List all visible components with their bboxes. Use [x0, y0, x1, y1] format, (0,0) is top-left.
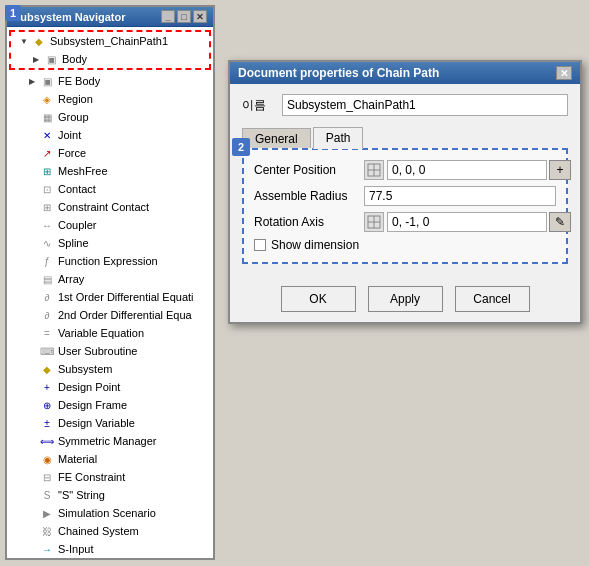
- tree-item-label: Spline: [58, 237, 89, 249]
- tree-item-label: Symmetric Manager: [58, 435, 156, 447]
- apply-button[interactable]: Apply: [368, 286, 443, 312]
- tree-item-variable-equation[interactable]: = Variable Equation: [7, 324, 213, 342]
- dialog-close-button[interactable]: ✕: [556, 66, 572, 80]
- tree-item-group[interactable]: ▦ Group: [7, 108, 213, 126]
- tree-item-label: 1st Order Differential Equati: [58, 291, 194, 303]
- tree-item-fe-body[interactable]: ▶ ▣ FE Body: [7, 72, 213, 90]
- tree-item-label: Chained System: [58, 525, 139, 537]
- tree-item-design-variable[interactable]: ± Design Variable: [7, 414, 213, 432]
- tree-item-user-subroutine[interactable]: ⌨ User Subroutine: [7, 342, 213, 360]
- tree-item-body[interactable]: ▶ ▣ Body: [11, 50, 209, 68]
- force-icon: ↗: [39, 145, 55, 161]
- center-position-input[interactable]: [387, 160, 547, 180]
- tab-general[interactable]: General: [242, 128, 311, 149]
- tree-item-1st-order-diff[interactable]: ∂ 1st Order Differential Equati: [7, 288, 213, 306]
- expand-icon: [27, 400, 37, 410]
- subsystem-icon: ◆: [31, 33, 47, 49]
- design-frame-icon: ⊕: [39, 397, 55, 413]
- expand-icon: [27, 184, 37, 194]
- assemble-radius-input[interactable]: [364, 186, 556, 206]
- region-icon: ◈: [39, 91, 55, 107]
- center-position-extra-button[interactable]: +: [549, 160, 571, 180]
- tree-item-constraint-contact[interactable]: ⊞ Constraint Contact: [7, 198, 213, 216]
- rotation-axis-row: Rotation Axis ✎: [254, 212, 556, 232]
- restore-button[interactable]: □: [177, 10, 191, 23]
- tree-item-subsystem[interactable]: ◆ Subsystem: [7, 360, 213, 378]
- tab-path-label: Path: [326, 131, 351, 145]
- tree-item-symmetric-manager[interactable]: ⟺ Symmetric Manager: [7, 432, 213, 450]
- tree-item-design-point[interactable]: + Design Point: [7, 378, 213, 396]
- expand-icon: [27, 274, 37, 284]
- tree-item-subsystem-chainpath1[interactable]: ▼ ◆ Subsystem_ChainPath1: [11, 32, 209, 50]
- tree-item-label: Region: [58, 93, 93, 105]
- expand-icon: [27, 130, 37, 140]
- tree-item-meshfree[interactable]: ⊞ MeshFree: [7, 162, 213, 180]
- expand-icon: [27, 202, 37, 212]
- center-position-row: Center Position +: [254, 160, 556, 180]
- tree-item-label: MeshFree: [58, 165, 108, 177]
- tree-item-material[interactable]: ◉ Material: [7, 450, 213, 468]
- tab-general-label: General: [255, 132, 298, 146]
- buttons-area: OK Apply Cancel: [230, 274, 580, 322]
- tab-path[interactable]: Path: [313, 127, 364, 149]
- expand-icon: [27, 220, 37, 230]
- panel-title: Subsystem Navigator: [13, 11, 125, 23]
- fe-body-icon: ▣: [39, 73, 55, 89]
- expand-icon: [27, 544, 37, 554]
- name-input[interactable]: [282, 94, 568, 116]
- tree-item-array[interactable]: ▤ Array: [7, 270, 213, 288]
- expand-icon: [27, 346, 37, 356]
- show-dimension-label: Show dimension: [271, 238, 359, 252]
- design-variable-icon: ±: [39, 415, 55, 431]
- tree-item-contact[interactable]: ⊡ Contact: [7, 180, 213, 198]
- axis-icon: [367, 215, 381, 229]
- function-icon: ƒ: [39, 253, 55, 269]
- rotation-axis-input[interactable]: [387, 212, 547, 232]
- tree-item-label: Group: [58, 111, 89, 123]
- tree-item-label: Variable Equation: [58, 327, 144, 339]
- tree-item-force[interactable]: ↗ Force: [7, 144, 213, 162]
- show-dimension-checkbox[interactable]: [254, 239, 266, 251]
- ok-button[interactable]: OK: [281, 286, 356, 312]
- tree-item-chained-system[interactable]: ⛓ Chained System: [7, 522, 213, 540]
- simulation-scenario-icon: ▶: [39, 505, 55, 521]
- tree-item-coupler[interactable]: ↔ Coupler: [7, 216, 213, 234]
- tree-item-function-expression[interactable]: ƒ Function Expression: [7, 252, 213, 270]
- tree-item-design-frame[interactable]: ⊕ Design Frame: [7, 396, 213, 414]
- expand-icon: [27, 256, 37, 266]
- chained-system-icon: ⛓: [39, 523, 55, 539]
- meshfree-icon: ⊞: [39, 163, 55, 179]
- tree-item-fe-constraint[interactable]: ⊟ FE Constraint: [7, 468, 213, 486]
- group-icon: ▦: [39, 109, 55, 125]
- tree-item-spline[interactable]: ∿ Spline: [7, 234, 213, 252]
- tree-item-label: Design Point: [58, 381, 120, 393]
- show-dimension-row: Show dimension: [254, 238, 556, 252]
- name-row: 이름: [242, 94, 568, 116]
- tree-item-region[interactable]: ◈ Region: [7, 90, 213, 108]
- tree-item-string[interactable]: S "S" String: [7, 486, 213, 504]
- close-button[interactable]: ✕: [193, 10, 207, 23]
- joint-icon: ✕: [39, 127, 55, 143]
- assemble-radius-input-wrapper: [364, 186, 556, 206]
- tree-item-joint[interactable]: ✕ Joint: [7, 126, 213, 144]
- tree-item-s-input[interactable]: → S-Input: [7, 540, 213, 556]
- cancel-button[interactable]: Cancel: [455, 286, 530, 312]
- tabs-area: General Path: [242, 126, 568, 148]
- center-position-input-wrapper: +: [364, 160, 571, 180]
- dialog-titlebar: Document properties of Chain Path ✕: [230, 62, 580, 84]
- tree-item-label: User Subroutine: [58, 345, 138, 357]
- assemble-radius-row: Assemble Radius: [254, 186, 556, 206]
- tree-item-label: Design Variable: [58, 417, 135, 429]
- expand-icon: [27, 238, 37, 248]
- string-icon: S: [39, 487, 55, 503]
- document-properties-dialog: Document properties of Chain Path ✕ 이름 G…: [228, 60, 582, 324]
- tree-item-simulation-scenario[interactable]: ▶ Simulation Scenario: [7, 504, 213, 522]
- tree-item-2nd-order-diff[interactable]: ∂ 2nd Order Differential Equa: [7, 306, 213, 324]
- symmetric-manager-icon: ⟺: [39, 433, 55, 449]
- contact-icon: ⊡: [39, 181, 55, 197]
- expand-icon: [27, 472, 37, 482]
- tree-item-label: Joint: [58, 129, 81, 141]
- dialog-titlebar-buttons: ✕: [556, 66, 572, 80]
- rotation-axis-extra-button[interactable]: ✎: [549, 212, 571, 232]
- minimize-button[interactable]: _: [161, 10, 175, 23]
